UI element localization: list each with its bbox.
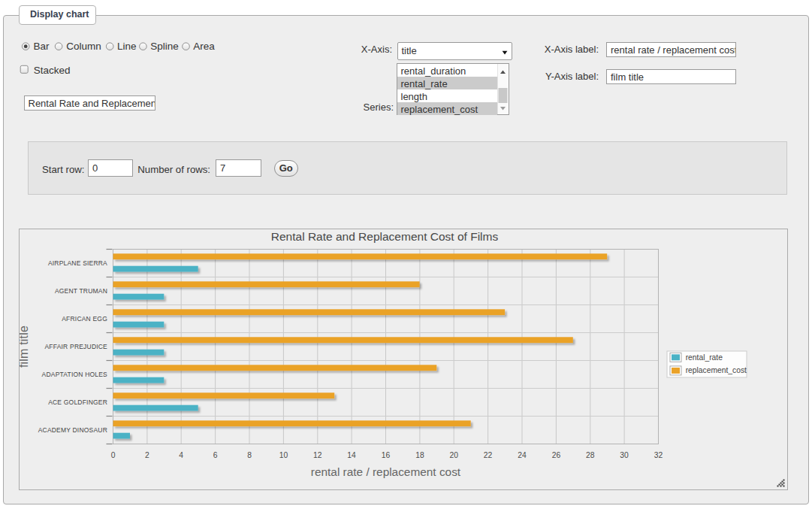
svg-text:26: 26 [552,451,561,459]
svg-text:24: 24 [518,451,527,459]
svg-text:Rental Rate and Replacement Co: Rental Rate and Replacement Cost of Film… [271,230,499,243]
svg-text:14: 14 [347,451,356,459]
svg-text:replacement_cost: replacement_cost [686,366,747,374]
svg-text:AGENT TRUMAN: AGENT TRUMAN [55,287,107,295]
svg-text:8: 8 [247,451,252,459]
svg-text:AIRPLANE SIERRA: AIRPLANE SIERRA [48,259,107,267]
svg-text:0: 0 [111,451,116,459]
svg-text:film title: film title [20,326,30,368]
svg-text:22: 22 [484,451,493,459]
svg-text:20: 20 [449,451,458,459]
svg-text:4: 4 [179,451,183,459]
svg-text:ACADEMY DINOSAUR: ACADEMY DINOSAUR [38,426,107,434]
svg-text:32: 32 [654,451,663,459]
svg-text:AFFAIR PREJUDICE: AFFAIR PREJUDICE [45,343,108,350]
svg-text:2: 2 [145,451,149,459]
svg-text:AFRICAN EGG: AFRICAN EGG [62,315,107,323]
svg-text:16: 16 [382,451,391,459]
svg-text:rental rate / replacement cost: rental rate / replacement cost [311,465,461,478]
svg-text:18: 18 [415,451,424,459]
svg-text:30: 30 [620,451,629,459]
svg-text:28: 28 [586,451,595,459]
svg-text:10: 10 [279,451,288,459]
svg-text:rental_rate: rental_rate [686,353,723,362]
svg-text:12: 12 [313,451,322,459]
svg-text:ADAPTATION HOLES: ADAPTATION HOLES [42,371,108,378]
svg-text:6: 6 [213,451,218,459]
svg-text:ACE GOLDFINGER: ACE GOLDFINGER [48,398,107,406]
